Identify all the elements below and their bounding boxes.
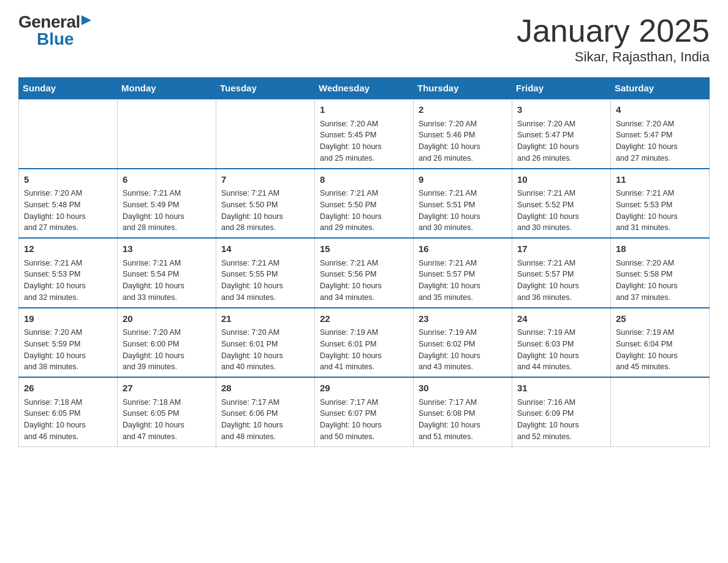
day-info: Sunrise: 7:17 AM Sunset: 6:06 PM Dayligh… xyxy=(221,397,309,443)
calendar-cell: 19Sunrise: 7:20 AM Sunset: 5:59 PM Dayli… xyxy=(19,308,118,378)
calendar-cell: 11Sunrise: 7:21 AM Sunset: 5:53 PM Dayli… xyxy=(611,169,710,239)
calendar-cell: 31Sunrise: 7:16 AM Sunset: 6:09 PM Dayli… xyxy=(512,377,611,446)
day-info: Sunrise: 7:21 AM Sunset: 5:52 PM Dayligh… xyxy=(517,188,605,234)
calendar-cell: 28Sunrise: 7:17 AM Sunset: 6:06 PM Dayli… xyxy=(216,377,315,446)
day-number: 25 xyxy=(616,312,704,326)
month-title: January 2025 xyxy=(517,12,710,49)
day-info: Sunrise: 7:21 AM Sunset: 5:55 PM Dayligh… xyxy=(221,258,309,304)
calendar-cell: 1Sunrise: 7:20 AM Sunset: 5:45 PM Daylig… xyxy=(315,99,414,169)
page-header: General Blue January 2025 Sikar, Rajasth… xyxy=(18,12,710,65)
day-number: 8 xyxy=(320,173,408,187)
day-info: Sunrise: 7:18 AM Sunset: 6:05 PM Dayligh… xyxy=(123,397,211,443)
calendar-week-row: 5Sunrise: 7:20 AM Sunset: 5:48 PM Daylig… xyxy=(19,169,710,239)
calendar-cell: 23Sunrise: 7:19 AM Sunset: 6:02 PM Dayli… xyxy=(414,308,512,378)
day-info: Sunrise: 7:20 AM Sunset: 6:01 PM Dayligh… xyxy=(221,327,309,373)
day-info: Sunrise: 7:16 AM Sunset: 6:09 PM Dayligh… xyxy=(517,397,605,443)
day-number: 4 xyxy=(616,103,704,117)
day-number: 3 xyxy=(517,103,605,117)
calendar-col-friday: Friday xyxy=(512,78,611,99)
calendar-cell: 3Sunrise: 7:20 AM Sunset: 5:47 PM Daylig… xyxy=(512,99,611,169)
title-block: January 2025 Sikar, Rajasthan, India xyxy=(517,12,710,65)
day-number: 31 xyxy=(517,381,605,396)
day-info: Sunrise: 7:21 AM Sunset: 5:50 PM Dayligh… xyxy=(221,188,309,234)
day-number: 16 xyxy=(419,242,507,256)
day-info: Sunrise: 7:20 AM Sunset: 6:00 PM Dayligh… xyxy=(123,327,211,373)
day-number: 17 xyxy=(517,242,605,256)
calendar-cell: 6Sunrise: 7:21 AM Sunset: 5:49 PM Daylig… xyxy=(118,169,216,239)
calendar-cell: 10Sunrise: 7:21 AM Sunset: 5:52 PM Dayli… xyxy=(512,169,611,239)
day-info: Sunrise: 7:20 AM Sunset: 5:47 PM Dayligh… xyxy=(616,118,704,164)
calendar-cell: 2Sunrise: 7:20 AM Sunset: 5:46 PM Daylig… xyxy=(414,99,512,169)
calendar-cell: 12Sunrise: 7:21 AM Sunset: 5:53 PM Dayli… xyxy=(19,238,118,308)
calendar-cell: 29Sunrise: 7:17 AM Sunset: 6:07 PM Dayli… xyxy=(315,377,414,446)
day-info: Sunrise: 7:17 AM Sunset: 6:08 PM Dayligh… xyxy=(419,397,507,443)
calendar-cell xyxy=(19,99,118,169)
calendar-col-sunday: Sunday xyxy=(19,78,118,99)
day-info: Sunrise: 7:21 AM Sunset: 5:54 PM Dayligh… xyxy=(123,258,211,304)
day-info: Sunrise: 7:21 AM Sunset: 5:57 PM Dayligh… xyxy=(419,258,507,304)
calendar-col-saturday: Saturday xyxy=(611,78,710,99)
day-number: 7 xyxy=(221,173,309,187)
calendar-week-row: 12Sunrise: 7:21 AM Sunset: 5:53 PM Dayli… xyxy=(19,238,710,308)
day-number: 30 xyxy=(419,381,507,396)
day-info: Sunrise: 7:19 AM Sunset: 6:03 PM Dayligh… xyxy=(517,327,605,373)
calendar-week-row: 26Sunrise: 7:18 AM Sunset: 6:05 PM Dayli… xyxy=(19,377,710,446)
day-number: 5 xyxy=(24,173,112,187)
calendar-col-thursday: Thursday xyxy=(414,78,512,99)
day-number: 18 xyxy=(616,242,704,256)
calendar-cell: 17Sunrise: 7:21 AM Sunset: 5:57 PM Dayli… xyxy=(512,238,611,308)
day-number: 10 xyxy=(517,173,605,187)
day-info: Sunrise: 7:19 AM Sunset: 6:02 PM Dayligh… xyxy=(419,327,507,373)
day-info: Sunrise: 7:18 AM Sunset: 6:05 PM Dayligh… xyxy=(24,397,112,443)
day-info: Sunrise: 7:21 AM Sunset: 5:53 PM Dayligh… xyxy=(616,188,704,234)
day-info: Sunrise: 7:20 AM Sunset: 5:48 PM Dayligh… xyxy=(24,188,112,234)
day-info: Sunrise: 7:20 AM Sunset: 5:58 PM Dayligh… xyxy=(616,258,704,304)
calendar-table: SundayMondayTuesdayWednesdayThursdayFrid… xyxy=(18,77,710,447)
calendar-col-monday: Monday xyxy=(118,78,216,99)
calendar-cell: 5Sunrise: 7:20 AM Sunset: 5:48 PM Daylig… xyxy=(19,169,118,239)
calendar-cell: 9Sunrise: 7:21 AM Sunset: 5:51 PM Daylig… xyxy=(414,169,512,239)
calendar-col-tuesday: Tuesday xyxy=(216,78,315,99)
svg-marker-0 xyxy=(82,15,91,25)
calendar-col-wednesday: Wednesday xyxy=(315,78,414,99)
calendar-cell: 18Sunrise: 7:20 AM Sunset: 5:58 PM Dayli… xyxy=(611,238,710,308)
calendar-cell xyxy=(118,99,216,169)
day-info: Sunrise: 7:19 AM Sunset: 6:01 PM Dayligh… xyxy=(320,327,408,373)
logo-arrow-icon xyxy=(82,15,91,28)
calendar-cell xyxy=(611,377,710,446)
day-number: 24 xyxy=(517,312,605,326)
day-number: 14 xyxy=(221,242,309,256)
logo-blue-text: Blue xyxy=(18,29,74,49)
day-number: 2 xyxy=(419,103,507,117)
day-number: 20 xyxy=(123,312,211,326)
calendar-cell: 16Sunrise: 7:21 AM Sunset: 5:57 PM Dayli… xyxy=(414,238,512,308)
day-number: 22 xyxy=(320,312,408,326)
day-info: Sunrise: 7:21 AM Sunset: 5:49 PM Dayligh… xyxy=(123,188,211,234)
day-info: Sunrise: 7:21 AM Sunset: 5:53 PM Dayligh… xyxy=(24,258,112,304)
calendar-cell: 7Sunrise: 7:21 AM Sunset: 5:50 PM Daylig… xyxy=(216,169,315,239)
day-number: 19 xyxy=(24,312,112,326)
day-number: 9 xyxy=(419,173,507,187)
day-info: Sunrise: 7:20 AM Sunset: 5:59 PM Dayligh… xyxy=(24,327,112,373)
calendar-cell: 8Sunrise: 7:21 AM Sunset: 5:50 PM Daylig… xyxy=(315,169,414,239)
calendar-cell: 27Sunrise: 7:18 AM Sunset: 6:05 PM Dayli… xyxy=(118,377,216,446)
logo: General Blue xyxy=(18,12,91,49)
day-number: 21 xyxy=(221,312,309,326)
day-number: 6 xyxy=(123,173,211,187)
day-number: 26 xyxy=(24,381,112,396)
calendar-cell: 20Sunrise: 7:20 AM Sunset: 6:00 PM Dayli… xyxy=(118,308,216,378)
day-number: 11 xyxy=(616,173,704,187)
day-number: 28 xyxy=(221,381,309,396)
day-info: Sunrise: 7:20 AM Sunset: 5:45 PM Dayligh… xyxy=(320,118,408,164)
day-info: Sunrise: 7:21 AM Sunset: 5:50 PM Dayligh… xyxy=(320,188,408,234)
day-number: 1 xyxy=(320,103,408,117)
day-number: 27 xyxy=(123,381,211,396)
day-info: Sunrise: 7:21 AM Sunset: 5:57 PM Dayligh… xyxy=(517,258,605,304)
calendar-cell: 22Sunrise: 7:19 AM Sunset: 6:01 PM Dayli… xyxy=(315,308,414,378)
day-info: Sunrise: 7:17 AM Sunset: 6:07 PM Dayligh… xyxy=(320,397,408,443)
calendar-cell: 4Sunrise: 7:20 AM Sunset: 5:47 PM Daylig… xyxy=(611,99,710,169)
day-info: Sunrise: 7:21 AM Sunset: 5:56 PM Dayligh… xyxy=(320,258,408,304)
day-number: 29 xyxy=(320,381,408,396)
calendar-cell: 13Sunrise: 7:21 AM Sunset: 5:54 PM Dayli… xyxy=(118,238,216,308)
calendar-cell: 24Sunrise: 7:19 AM Sunset: 6:03 PM Dayli… xyxy=(512,308,611,378)
